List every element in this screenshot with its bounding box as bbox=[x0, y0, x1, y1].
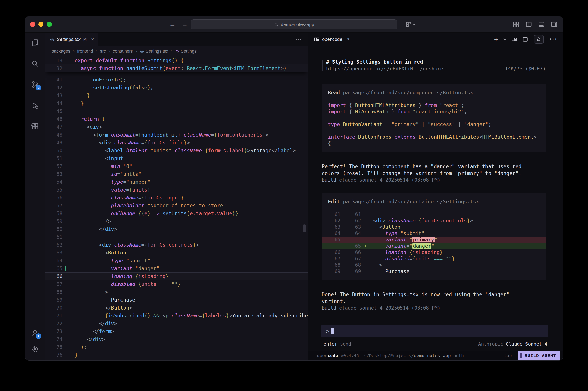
code-line[interactable]: 58 onChange={(e) => setUnits(e.target.va… bbox=[45, 209, 308, 217]
code-line[interactable]: 61 bbox=[45, 233, 308, 241]
scrollbar-thumb[interactable] bbox=[303, 224, 306, 232]
editor-more-actions-icon[interactable]: ••• bbox=[296, 37, 302, 41]
line-content: } bbox=[75, 92, 308, 99]
code-line[interactable]: 64 type="submit" bbox=[45, 257, 308, 265]
breadcrumb: packages›frontend›src›containers› Settin… bbox=[45, 46, 308, 57]
code-line[interactable]: 59 /> bbox=[45, 217, 308, 225]
run-debug-icon[interactable] bbox=[30, 101, 40, 110]
code-line[interactable]: 69 Purchase bbox=[45, 296, 308, 304]
code-line[interactable]: 52 min="0" bbox=[45, 162, 308, 170]
sticky-line[interactable]: 13export default function Settings() { bbox=[45, 57, 308, 64]
prompt-input[interactable]: > bbox=[321, 325, 548, 337]
breadcrumb-item[interactable]: containers bbox=[113, 49, 133, 54]
code-line[interactable]: 70 </Button> bbox=[45, 304, 308, 312]
window-close-button[interactable] bbox=[30, 22, 35, 27]
breadcrumb-item[interactable]: frontend bbox=[77, 49, 93, 54]
share-url[interactable]: https://opencode.ai/s/eBdFXTiH bbox=[326, 65, 413, 72]
breadcrumb-separator: › bbox=[73, 48, 74, 54]
code-line[interactable]: 51 <input bbox=[45, 154, 308, 162]
code-line[interactable]: 60 </div> bbox=[45, 225, 308, 233]
code-line[interactable]: 41 onError(e); bbox=[45, 76, 308, 84]
line-content: </div> bbox=[75, 320, 308, 327]
terminal-profile-chevron-icon[interactable] bbox=[503, 37, 506, 40]
code-line[interactable]: 72 </div> bbox=[45, 320, 308, 327]
code-line[interactable]: 75 ); bbox=[45, 343, 308, 351]
breadcrumb-item[interactable]: src bbox=[100, 49, 106, 54]
line-content: <form onSubmit={handleSubmit} className=… bbox=[75, 131, 308, 139]
code-line[interactable]: 67 disabled={units === ""} bbox=[45, 280, 308, 288]
model-label[interactable]: Claude Sonnet 4 bbox=[506, 341, 547, 347]
code-line[interactable]: 74 </div> bbox=[45, 335, 308, 343]
breadcrumb-item[interactable]: Settings bbox=[175, 49, 197, 54]
code-line[interactable]: 56 className={formCs.input} bbox=[45, 194, 308, 202]
code-line[interactable]: 62 <div className={formCs.controls}> bbox=[45, 241, 308, 249]
tab-settings-tsx[interactable]: Settings.tsx M × bbox=[45, 33, 98, 46]
code-line[interactable]: 54 type="number" bbox=[45, 178, 308, 186]
code-line[interactable]: 43 } bbox=[45, 92, 308, 99]
breadcrumb-item[interactable]: Settings.tsx bbox=[140, 49, 168, 54]
code-line[interactable]: 66 loading={isLoading} bbox=[45, 272, 308, 280]
tab-opencode[interactable]: opencode × bbox=[314, 36, 350, 42]
code-line[interactable]: 65 variant="danger" bbox=[45, 265, 308, 272]
tab-close-icon[interactable]: × bbox=[91, 36, 94, 42]
sticky-line[interactable]: 32 async function handleSubmit(event: Re… bbox=[45, 64, 308, 72]
command-center-search[interactable]: demo-notes-app bbox=[191, 19, 397, 29]
code-line[interactable]: 50 <label htmlFor="units" className={for… bbox=[45, 147, 308, 154]
toggle-secondary-sidebar-icon[interactable] bbox=[551, 21, 557, 28]
settings-gear-icon[interactable] bbox=[30, 344, 40, 354]
code-line[interactable]: 44 } bbox=[45, 99, 308, 107]
window-zoom-button[interactable] bbox=[47, 22, 52, 27]
profile-switcher[interactable] bbox=[406, 16, 415, 32]
line-number: 57 bbox=[45, 202, 75, 209]
panel-close-icon[interactable]: × bbox=[347, 36, 350, 42]
back-button[interactable]: ← bbox=[169, 21, 176, 28]
line-content: disabled={units === ""} bbox=[75, 280, 308, 288]
agent-badge[interactable]: BUILD AGENT bbox=[518, 351, 561, 361]
customize-layout-icon[interactable] bbox=[513, 21, 519, 28]
code-line[interactable]: 68 > bbox=[45, 288, 308, 296]
panel-tab-bar: opencode × + bbox=[308, 33, 563, 46]
history-navigation: ← → bbox=[169, 16, 188, 32]
code-line[interactable]: 63 <Button bbox=[45, 249, 308, 257]
breadcrumb-item[interactable]: packages bbox=[52, 49, 70, 54]
app-version: v0.4.45 bbox=[341, 353, 359, 358]
unshare-link[interactable]: /unshare bbox=[420, 65, 443, 72]
code-editor[interactable]: 41 onError(e);42 setIsLoading(false);43 … bbox=[45, 57, 308, 361]
source-control-icon[interactable]: 2 bbox=[30, 80, 40, 89]
panel-more-actions-icon[interactable]: ••• bbox=[550, 37, 557, 41]
line-number: 48 bbox=[45, 131, 75, 139]
code-line[interactable]: 57 placeholder="Number of notes to store… bbox=[45, 202, 308, 209]
code-line[interactable]: 53 id="units" bbox=[45, 170, 308, 178]
code-line[interactable]: 73 </form> bbox=[45, 327, 308, 335]
search-sidebar-icon[interactable] bbox=[30, 59, 40, 68]
code-line[interactable]: 76} bbox=[45, 351, 308, 359]
account-icon[interactable]: 1 bbox=[30, 328, 40, 338]
line-content: <input bbox=[75, 154, 308, 162]
line-content: id="units" bbox=[75, 170, 308, 178]
diff-row: 6161 bbox=[322, 211, 546, 217]
window-minimize-button[interactable] bbox=[38, 22, 43, 27]
opencode-status-bar: opencode v0.4.45 ~/Desktop/Projects/demo… bbox=[308, 351, 563, 361]
split-editor-icon[interactable] bbox=[525, 21, 532, 28]
code-line[interactable]: 42 setIsLoading(false); bbox=[45, 84, 308, 92]
extensions-icon[interactable] bbox=[30, 122, 40, 131]
lock-toggle[interactable] bbox=[534, 35, 544, 44]
line-number: 49 bbox=[45, 139, 75, 147]
code-line[interactable]: 46 return ( bbox=[45, 115, 308, 123]
opencode-terminal-icon[interactable] bbox=[511, 37, 517, 42]
vscode-window: ← → demo-notes-app bbox=[25, 16, 563, 361]
assistant-message: Done! The Button in Settings.tsx is now … bbox=[322, 291, 546, 305]
toggle-panel-icon[interactable] bbox=[538, 21, 545, 28]
code-line[interactable]: 47 <div> bbox=[45, 123, 308, 131]
new-terminal-icon[interactable]: + bbox=[494, 36, 498, 43]
line-number: 65 bbox=[45, 265, 75, 272]
code-line[interactable]: 49 <div className={formCs.field}> bbox=[45, 139, 308, 147]
explorer-icon[interactable] bbox=[30, 38, 40, 47]
search-value: demo-notes-app bbox=[281, 22, 314, 27]
split-terminal-icon[interactable] bbox=[522, 36, 528, 42]
forward-button[interactable]: → bbox=[181, 21, 188, 28]
code-line[interactable]: 71 {isSubscribed() && <p className={labe… bbox=[45, 312, 308, 320]
code-line[interactable]: 48 <form onSubmit={handleSubmit} classNa… bbox=[45, 131, 308, 139]
code-line[interactable]: 45 bbox=[45, 107, 308, 115]
code-line[interactable]: 55 value={units} bbox=[45, 186, 308, 194]
